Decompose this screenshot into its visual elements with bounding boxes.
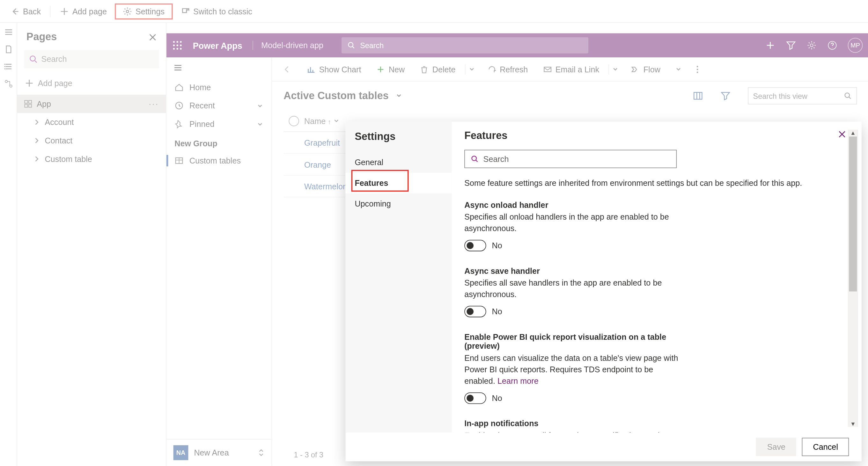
toggle-value: No [492,394,502,403]
feature-desc: Specifies all save handlers in the app a… [464,278,682,301]
modal-sidebar: Settings General Features Upcoming [346,122,452,433]
search-icon [471,155,478,163]
feature-title: Async onload handler [464,200,682,209]
tab-general[interactable]: General [346,152,452,173]
svg-point-31 [472,156,476,161]
toggle-value: No [492,241,502,250]
feature-desc: Enables the app to poll for new in-app n… [464,430,682,433]
feature-inapp-notifications: In-app notifications Enables the app to … [464,419,682,433]
modal-search[interactable]: Search [464,150,677,168]
feature-powerbi-report: Enable Power BI quick report visualizati… [464,332,682,404]
modal-intro: Some feature settings are inherited from… [464,178,844,188]
feature-title: In-app notifications [464,419,682,428]
modal-footer: Save Cancel [346,433,862,461]
modal-scrollbar[interactable]: ▲ ▼ [848,130,858,427]
modal-close-button[interactable] [837,130,847,139]
toggle-switch[interactable] [464,240,486,252]
feature-desc: End users can visualize the data on a ta… [464,353,682,387]
feature-desc: Specifies all onload handlers in the app… [464,212,682,234]
modal-title: Features [464,130,844,142]
feature-title: Enable Power BI quick report visualizati… [464,332,682,351]
feature-async-save: Async save handler Specifies all save ha… [464,266,682,318]
modal-search-placeholder: Search [484,154,509,164]
scroll-up-icon[interactable]: ▲ [848,130,858,136]
modal-side-title: Settings [346,130,452,152]
learn-more-link[interactable]: Learn more [497,376,538,385]
cancel-button[interactable]: Cancel [802,438,849,456]
settings-modal: Settings General Features Upcoming Featu… [346,122,862,462]
feature-async-onload: Async onload handler Specifies all onloa… [464,200,682,252]
tab-upcoming[interactable]: Upcoming [346,194,452,214]
modal-main: Features Search Some feature settings ar… [452,122,862,433]
toggle-switch[interactable] [464,306,486,318]
scroll-down-icon[interactable]: ▼ [848,421,858,427]
feature-title: Async save handler [464,266,682,276]
scroll-thumb[interactable] [849,136,857,291]
toggle-switch[interactable] [464,392,486,404]
save-button[interactable]: Save [756,438,796,456]
toggle-value: No [492,307,502,317]
tab-features[interactable]: Features [346,173,452,194]
